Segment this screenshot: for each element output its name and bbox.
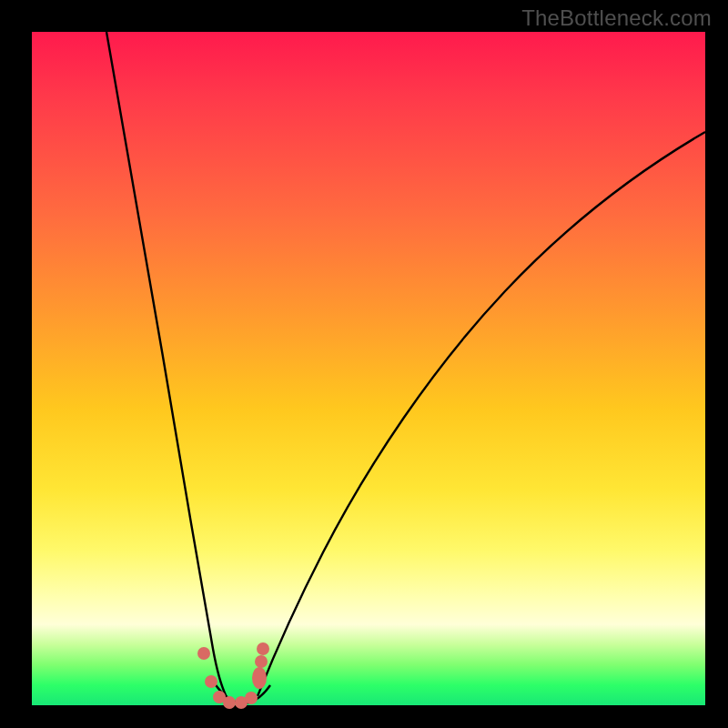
chart-frame: TheBottleneck.com — [0, 0, 728, 728]
marker-dot — [205, 675, 217, 688]
watermark-text: TheBottleneck.com — [521, 5, 712, 31]
curve-right-branch — [258, 132, 705, 696]
curve-left-branch — [106, 32, 228, 699]
bottleneck-curve — [32, 32, 705, 705]
marker-dot — [197, 647, 210, 660]
marker-dot — [223, 696, 236, 709]
marker-dot — [245, 692, 258, 704]
marker-dot — [255, 655, 268, 668]
plot-area — [32, 32, 705, 705]
marker-dot — [257, 642, 269, 655]
marker-pill — [252, 667, 267, 689]
